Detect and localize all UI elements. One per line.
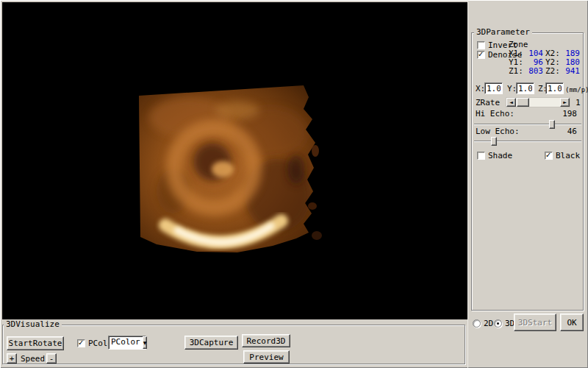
invert-checkbox-box (477, 41, 485, 49)
ok-button[interactable]: OK (560, 314, 584, 331)
denoise-checkbox-box: ✓ (477, 51, 485, 59)
3dstart-button[interactable]: 3DStart (514, 314, 556, 331)
mode-2d-radio-circle (473, 319, 481, 328)
pcolor-dropdown-value: PColor (109, 336, 143, 349)
scale-z-input[interactable] (545, 82, 564, 94)
zone-values: X1: 104 X2: 189 Y1: 96 Y2: 180 Z1: 803 Z… (509, 49, 582, 76)
zrate-scrollbar[interactable]: ◄ ► (506, 97, 570, 107)
scroll-left-glyph: ◄ (509, 100, 513, 105)
check-icon: ✓ (78, 339, 84, 347)
black-checkbox[interactable]: ✓ Black (545, 151, 580, 160)
visualize-panel: 3DVisualize StartRotate + Speed - ✓ PCol… (1, 319, 467, 367)
pcolor-dropdown[interactable]: PColor ▼ (108, 336, 146, 350)
shade-checkbox-box (477, 152, 485, 160)
parameter-groupbox: 3DParameter Invert ✓ Denoise Zone X1: 10… (471, 32, 584, 311)
hi-echo-value: 198 (562, 110, 577, 118)
pcolor-checkbox-box: ✓ (77, 339, 85, 347)
black-label: Black (556, 151, 580, 160)
zrate-label: ZRate (476, 99, 500, 107)
low-echo-label: Low Echo: (476, 127, 520, 136)
hi-echo-slider-track (474, 124, 581, 125)
app-window: 3DParameter Invert ✓ Denoise Zone X1: 10… (0, 0, 588, 368)
speed-plus-button[interactable]: + (7, 353, 17, 364)
low-echo-slider-track (474, 141, 581, 142)
shade-checkbox[interactable]: Shade (477, 151, 512, 160)
zone-z1-label: Z1: (509, 67, 524, 76)
scroll-left-icon[interactable]: ◄ (506, 98, 516, 107)
mode-2d-radio[interactable]: 2D (473, 319, 493, 328)
ultrasound-3d-render (127, 81, 329, 261)
visualize-group-title: 3DVisualize (4, 320, 62, 329)
low-echo-slider-thumb[interactable] (491, 137, 497, 146)
zrate-value: 1 (576, 99, 581, 107)
scroll-right-glyph: ► (563, 100, 567, 105)
scale-y-input[interactable] (516, 82, 534, 94)
mode-2d-label: 2D (484, 319, 493, 328)
check-icon: ✓ (478, 50, 484, 58)
speed-label: Speed (21, 355, 45, 364)
speed-minus-button[interactable]: - (46, 353, 57, 364)
mode-3d-radio[interactable]: 3D (494, 319, 514, 328)
start-rotate-button[interactable]: StartRotate (7, 336, 64, 350)
check-icon: ✓ (545, 151, 551, 159)
mode-3d-radio-circle (494, 319, 502, 328)
parameter-panel: 3DParameter Invert ✓ Denoise Zone X1: 10… (467, 0, 588, 368)
scroll-right-icon[interactable]: ► (560, 98, 570, 107)
dropdown-arrow-icon[interactable]: ▼ (143, 336, 148, 349)
low-echo-value: 46 (567, 127, 577, 136)
preview-button[interactable]: Preview (243, 350, 290, 364)
scale-unit-label: (mm/p) (565, 85, 588, 94)
record3d-button[interactable]: Record3D (242, 334, 290, 347)
render-viewport[interactable] (2, 2, 467, 319)
black-checkbox-box: ✓ (545, 152, 553, 160)
zone-z1-value: 803 (524, 67, 545, 76)
zone-z2-label: Z2: (545, 67, 561, 76)
hi-echo-label: Hi Echo: (476, 110, 514, 118)
3dcapture-button[interactable]: 3DCapture (184, 336, 238, 350)
zrate-scrollbar-thumb[interactable] (517, 98, 529, 107)
parameter-group-title: 3DParameter (474, 28, 532, 37)
zone-z2-value: 941 (561, 67, 582, 76)
shade-label: Shade (488, 151, 512, 160)
low-echo-slider[interactable] (474, 137, 581, 146)
hi-echo-slider-thumb[interactable] (549, 120, 555, 129)
dropdown-arrow-glyph: ▼ (143, 340, 147, 345)
scale-x-input[interactable] (484, 82, 503, 94)
